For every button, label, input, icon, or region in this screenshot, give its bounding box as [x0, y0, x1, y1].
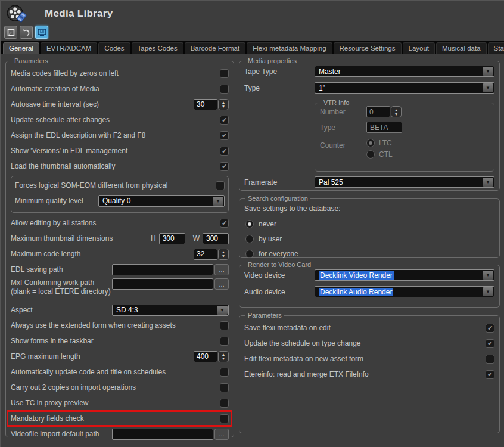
video-device-dropdown[interactable]: Decklink Video Render ▼ [315, 269, 494, 281]
chevron-down-icon[interactable]: ▼ [483, 178, 493, 187]
setting-label: Videofile import default path [11, 430, 112, 438]
setting-label: Assign the EDL description with F2 and F… [11, 131, 220, 139]
chevron-down-icon[interactable]: ▼ [483, 83, 493, 92]
spinner-up-icon[interactable]: ▲ [222, 100, 225, 104]
setting-row: Show 'Versions' in EDL management [11, 143, 229, 159]
audio-device-dropdown[interactable]: Decklink Audio Render ▼ [315, 286, 494, 297]
update-schedule-checkbox[interactable] [220, 116, 229, 125]
tab-general[interactable]: General [3, 42, 39, 54]
edit-flexi-metadata-checkbox[interactable] [486, 355, 494, 364]
media-type-dropdown[interactable]: 1" ▼ [315, 82, 494, 94]
setting-label: Type [244, 84, 315, 92]
spinner-down-icon: ▼ [394, 112, 398, 116]
setting-label: Use TC in proxy preview [11, 399, 220, 407]
tab-evtr-xdcam[interactable]: EVTR/XDCAM [41, 42, 97, 54]
spinner-up-icon[interactable]: ▲ [222, 250, 225, 254]
two-copies-import-checkbox[interactable] [220, 383, 229, 392]
mandatory-fields-check-checkbox[interactable] [220, 414, 229, 423]
tab-musical-data[interactable]: Musical data [436, 42, 487, 54]
forces-som-eom-checkbox[interactable] [216, 181, 225, 190]
counter-radio-group: LTC CTL [366, 137, 393, 160]
show-versions-checkbox[interactable] [220, 147, 229, 156]
chevron-down-icon[interactable]: ▼ [213, 197, 223, 206]
tab-codes[interactable]: Codes [98, 42, 130, 54]
setting-label-block: Mxf Conforming work path (blank = local … [11, 278, 112, 296]
etereinfo-merge-checkbox[interactable] [486, 370, 494, 379]
setting-label: Update schedule after changes [11, 116, 220, 124]
thumbnail-width-field[interactable]: 300 [203, 233, 229, 244]
setting-row: Video device Decklink Video Render ▼ [244, 269, 494, 281]
auto-update-code-title-checkbox[interactable] [220, 368, 229, 377]
setting-row: Show forms in the taskbar [11, 333, 229, 349]
spinner-down-icon[interactable]: ▼ [222, 356, 225, 361]
radio-option: CTL [366, 148, 393, 160]
tab-resource-settings[interactable]: Resource Settings [334, 42, 402, 54]
blank-page-button[interactable] [4, 26, 17, 39]
tab-layout[interactable]: Layout [403, 42, 435, 54]
setting-label: Aspect [11, 306, 112, 314]
chevron-down-icon[interactable]: ▼ [217, 306, 228, 315]
setting-label: Autosave time interval (sec) [11, 100, 194, 108]
thumbnail-height-field[interactable]: 300 [159, 233, 185, 244]
spinner-buttons[interactable]: ▲▼ [218, 249, 229, 260]
group-title: Render to Video Card [245, 261, 313, 268]
render-video-card-group: Render to Video Card Video device Deckli… [239, 261, 500, 308]
tab-barcode-format[interactable]: Barcode Format [185, 42, 245, 54]
spinner-up-icon[interactable]: ▲ [222, 352, 225, 356]
setting-label: Maximum code length [11, 250, 194, 258]
update-schedule-type-change-checkbox[interactable] [486, 339, 494, 348]
videofile-path-browse-button[interactable]: ... [214, 429, 229, 440]
epg-max-length-value[interactable]: 400 [194, 351, 217, 362]
framerate-dropdown[interactable]: Pal 525 ▼ [315, 176, 494, 188]
edl-path-browse-button[interactable]: ... [214, 264, 229, 275]
media-codes-zeros-checkbox[interactable] [220, 69, 229, 78]
setting-label: Maximum thumbnail dimensions [11, 234, 151, 243]
extended-form-checkbox[interactable] [220, 321, 229, 330]
edl-saving-path-field[interactable] [112, 264, 213, 275]
group-title: Parameters [245, 312, 284, 319]
mxf-work-path-field[interactable] [112, 278, 213, 290]
setting-row: Tape Type Master ▼ [244, 66, 494, 77]
max-code-length-value[interactable]: 32 [194, 249, 217, 260]
automatic-media-creation-checkbox[interactable] [220, 85, 229, 94]
videofile-import-path-field[interactable] [112, 429, 213, 440]
tape-type-dropdown[interactable]: Master ▼ [315, 66, 494, 77]
spinner-buttons[interactable]: ▲▼ [218, 99, 229, 110]
for-everyone-radio[interactable] [245, 250, 254, 258]
autosave-interval-value[interactable]: 30 [194, 99, 217, 110]
media-library-window: Media Library General EVTR/XDCAM [0, 0, 504, 447]
undo-button[interactable] [20, 26, 33, 39]
radio-label: never [259, 220, 276, 228]
setting-row: Use TC in proxy preview [11, 395, 229, 411]
search-configuration-group: Search configuration Save settings to th… [239, 195, 500, 258]
setting-row: Save flexi metadata on edit [244, 320, 494, 336]
setting-row: Autosave time interval (sec) 30 ▲▼ [11, 97, 229, 112]
allow-editing-checkbox[interactable] [220, 219, 229, 228]
tc-proxy-preview-checkbox[interactable] [220, 399, 229, 408]
ctl-radio [366, 150, 375, 159]
chevron-down-icon[interactable]: ▼ [483, 287, 493, 296]
mxf-path-browse-button[interactable]: ... [214, 278, 229, 290]
chevron-down-icon[interactable]: ▼ [483, 67, 493, 76]
dropdown-value-selected: Decklink Audio Render [319, 288, 393, 296]
spinner-down-icon[interactable]: ▼ [222, 254, 225, 258]
chevron-down-icon[interactable]: ▼ [483, 271, 493, 280]
tab-tapes-codes[interactable]: Tapes Codes [132, 42, 183, 54]
monitor-button[interactable] [35, 26, 48, 39]
minimum-quality-dropdown[interactable]: Quality 0 ▼ [98, 195, 225, 207]
spinner-buttons[interactable]: ▲▼ [218, 351, 229, 362]
never-radio[interactable] [245, 220, 254, 228]
setting-row: Automatically update code and title on s… [11, 364, 229, 380]
forms-taskbar-checkbox[interactable] [220, 337, 229, 346]
save-flexi-metadata-checkbox[interactable] [486, 324, 494, 333]
tab-flexi-metadata-mapping[interactable]: Flexi-metadata Mapping [247, 42, 332, 54]
setting-row: Type 1" ▼ [244, 82, 494, 94]
spinner-down-icon[interactable]: ▼ [222, 104, 225, 108]
radio-label: for everyone [259, 250, 298, 258]
load-thumbnail-checkbox[interactable] [220, 162, 229, 171]
tab-stations-selection[interactable]: Stations selection [488, 42, 504, 54]
assign-edl-description-checkbox[interactable] [220, 131, 229, 140]
setting-label: Tape Type [244, 67, 315, 76]
by-user-radio[interactable] [245, 235, 254, 243]
aspect-dropdown[interactable]: SD 4:3 ▼ [112, 305, 229, 316]
